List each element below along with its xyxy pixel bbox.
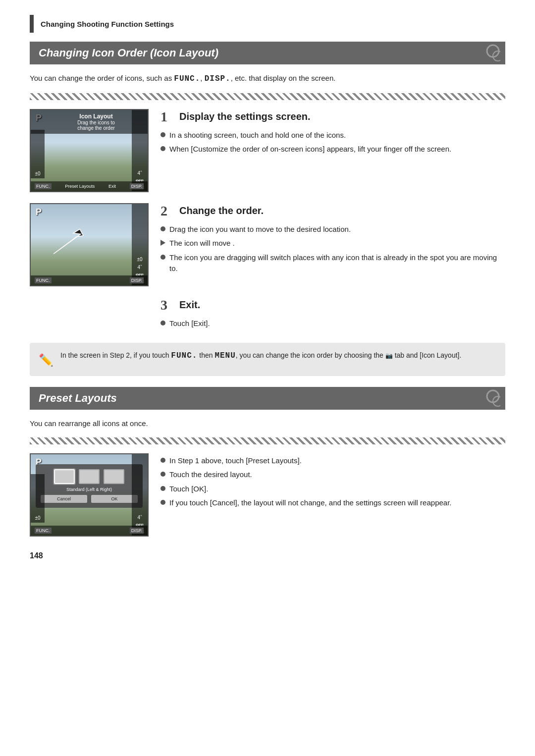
section1-header: Changing Icon Order (Icon Layout) — [30, 42, 505, 64]
bullet-circle — [160, 486, 165, 491]
section2-header: Preset Layouts — [30, 387, 505, 410]
layout-icon-2 — [79, 469, 100, 484]
cam1-left-bottom: ±0 — [35, 171, 40, 176]
cam3-bottom-bar: FUNC. DISP. — [31, 526, 148, 536]
cam2-func: FUNC. — [35, 277, 52, 283]
bullet-circle — [160, 472, 165, 477]
cam1-left-bar: ±0 — [31, 130, 45, 178]
note-box: ✏️ In the screen in Step 2, if you touch… — [30, 343, 505, 376]
preset-bullet-4: If you touch [Cancel], the layout will n… — [160, 497, 505, 509]
cam1-r1: 4^ — [138, 170, 142, 176]
preset-bullet-2-text: Touch the desired layout. — [169, 469, 252, 481]
preset-bullet-3: Touch [OK]. — [160, 484, 505, 495]
preset-ok-btn[interactable]: OK — [91, 495, 138, 503]
cam1-exit: Exit — [108, 184, 116, 189]
step3-bullets: Touch [Exit]. — [160, 318, 505, 329]
step3-bullet-1: Touch [Exit]. — [160, 318, 505, 329]
cam2-r1: 4^ — [138, 264, 142, 270]
step1-bullet-1-text: In a shooting screen, touch and hold one… — [169, 130, 346, 141]
cam1-preset: Preset Layouts — [65, 184, 95, 189]
step1-content: 1 Display the settings screen. In a shoo… — [160, 109, 505, 158]
section2-watermark — [471, 389, 500, 410]
step1-bullet-1: In a shooting screen, touch and hold one… — [160, 130, 505, 141]
bullet-circle — [160, 132, 165, 137]
preset-cancel-btn[interactable]: Cancel — [41, 495, 87, 503]
step1-bullet-2-text: When [Customize the order of on-screen i… — [169, 144, 451, 155]
breadcrumb-text: Changing Shooting Function Settings — [41, 20, 174, 28]
cam1-right-bar: 4^ OFF DISP. — [132, 110, 148, 191]
cam1-bottom-bar: FUNC. Preset Layouts Exit DISP. — [31, 181, 148, 191]
step2-move-text: The icon will move . — [169, 238, 235, 249]
step3-title-row: 3 Exit. — [160, 297, 505, 313]
step3-number: 3 — [160, 297, 174, 313]
step1-number: 1 — [160, 109, 174, 125]
step2-bullet-switch: The icon you are dragging will switch pl… — [160, 252, 505, 274]
section-watermark — [471, 44, 500, 64]
step2-title: Change the order. — [179, 205, 264, 216]
cam2-disp: DISP. — [130, 277, 144, 283]
step1-bullet-2: When [Customize the order of on-screen i… — [160, 144, 505, 155]
camera-screen-preset: P Standard (Left & Right) Cancel OK 4^ O… — [30, 453, 149, 537]
preset-row: P Standard (Left & Right) Cancel OK 4^ O… — [30, 453, 505, 537]
bar-accent — [30, 15, 34, 33]
cam1-func: FUNC. — [35, 183, 52, 189]
cam1-subtitle: Drag the icons tochange the order — [50, 120, 143, 131]
section2-intro: You can rearrange all icons at once. — [30, 418, 505, 429]
stripe-divider-2 — [30, 437, 505, 444]
drag-arrow-icon — [44, 226, 88, 261]
bullet-triangle — [160, 240, 165, 246]
step1-bullets: In a shooting screen, touch and hold one… — [160, 130, 505, 155]
note-text: In the screen in Step 2, if you touch FU… — [60, 350, 461, 362]
step3-title: Exit. — [179, 299, 200, 311]
cam1-top-panel: Icon Layout Drag the icons tochange the … — [31, 110, 148, 134]
cam3-right-bar: 4^ OFF DISP. — [132, 454, 148, 536]
step3-bullet-1-text: Touch [Exit]. — [169, 318, 210, 329]
bullet-circle — [160, 146, 165, 151]
preset-dialog: Standard (Left & Right) Cancel OK — [36, 464, 143, 508]
steps-section: P Icon Layout Drag the icons tochange th… — [30, 109, 505, 340]
step2-number: 2 — [160, 203, 174, 219]
stripe-divider-1 — [30, 93, 505, 100]
camera-screen-2: P ±0 4^ OFF DISP. FUNC. DISP. — [30, 203, 149, 286]
cam3-func: FUNC. — [35, 528, 52, 534]
bullet-circle — [160, 255, 165, 260]
note-icon: ✏️ — [39, 351, 54, 369]
preset-bullet-1: In Step 1 above, touch [Preset Layouts]. — [160, 455, 505, 467]
preset-bullet-list: In Step 1 above, touch [Preset Layouts].… — [160, 455, 505, 509]
cam2-p-label: P — [36, 207, 42, 217]
section1-intro: You can change the order of icons, such … — [30, 72, 505, 85]
camera-screen-1: P Icon Layout Drag the icons tochange th… — [30, 109, 149, 192]
preset-dialog-label: Standard (Left & Right) — [41, 487, 138, 492]
disp-key: DISP. — [205, 74, 231, 83]
bullet-circle — [160, 458, 165, 463]
cam1-title: Icon Layout — [50, 113, 143, 120]
func-key-note: FUNC. — [171, 351, 197, 360]
step2-content: 2 Change the order. Drag the icon you wa… — [160, 203, 505, 277]
section1-title: Changing Icon Order (Icon Layout) — [39, 47, 218, 59]
step3-row: 3 Exit. Touch [Exit]. — [30, 297, 505, 332]
camera-icon-note: 📷 — [385, 352, 393, 359]
step2-bullet-move: The icon will move . — [160, 238, 505, 249]
step1-row: P Icon Layout Drag the icons tochange th… — [30, 109, 505, 192]
cam3-r1: 4^ — [138, 514, 142, 520]
step2-switch-text: The icon you are dragging will switch pl… — [169, 252, 505, 274]
layout-icon-3 — [104, 469, 124, 484]
step2-bullet-drag: Drag the icon you want to move to the de… — [160, 224, 505, 235]
cam2-r0: ±0 — [137, 257, 142, 262]
func-key: FUNC. — [174, 74, 200, 83]
arrow-overlay — [44, 226, 88, 263]
menu-key-note: MENU — [214, 351, 235, 360]
layout-icon-1 — [54, 469, 75, 484]
preset-bullet-4-text: If you touch [Cancel], the layout will n… — [169, 497, 452, 509]
step1-title: Display the settings screen. — [179, 111, 311, 122]
step2-row: P ±0 4^ OFF DISP. FUNC. DISP. — [30, 203, 505, 286]
cam3-left-bar: ±0 — [31, 474, 45, 523]
bullet-circle — [160, 321, 165, 325]
bullet-circle — [160, 226, 165, 231]
page-number: 148 — [30, 551, 505, 560]
step2-title-row: 2 Change the order. — [160, 203, 505, 219]
cam2-bottom-bar: FUNC. DISP. — [31, 275, 148, 285]
preset-dialog-buttons: Cancel OK — [41, 495, 138, 503]
preset-bullet-3-text: Touch [OK]. — [169, 484, 208, 495]
layout-icons-row — [41, 469, 138, 484]
